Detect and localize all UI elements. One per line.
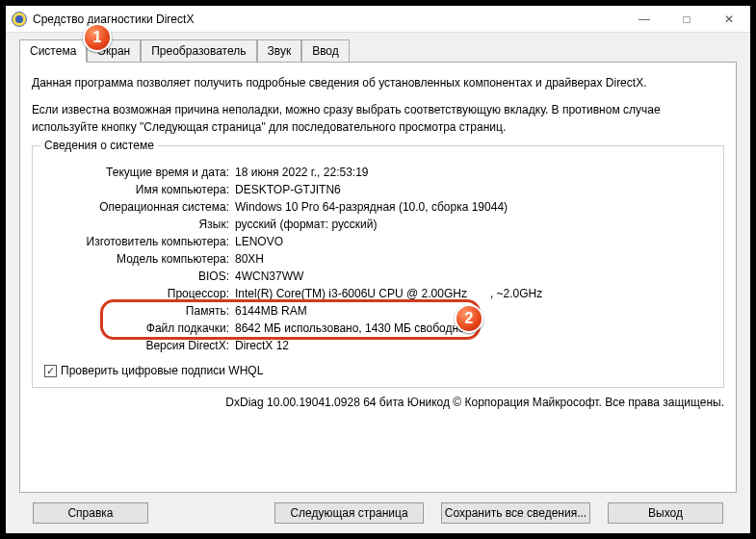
tab-input[interactable]: Ввод [301,39,350,63]
row-datetime: Текущие время и дата:18 июня 2022 г., 22… [44,164,712,181]
annotation-marker-2: 2 [455,304,483,333]
intro-text: Данная программа позволяет получить подр… [32,74,724,136]
row-bios: BIOS:4WCN37WW [44,268,712,285]
help-button[interactable]: Справка [33,502,148,524]
row-cpu: Процессор:Intel(R) Core(TM) i3-6006U CPU… [44,285,712,302]
button-bar: Справка Следующая страница Сохранить все… [19,493,737,524]
maximize-button[interactable]: □ [665,6,708,33]
dxdiag-version-text: DxDiag 10.00.19041.0928 64 бита Юникод ©… [32,396,724,409]
exit-button[interactable]: Выход [608,502,723,524]
row-memory: Память:6144MB RAM [44,302,712,320]
dxdiag-window: Средство диагностики DirectX — □ ✕ Систе… [6,6,750,533]
intro-line-2: Если известна возможная причина неполадк… [32,101,724,136]
row-lang: Язык:русский (формат: русский) [44,216,712,233]
group-legend: Сведения о системе [40,139,158,152]
content-area: Система Экран Преобразователь Звук Ввод … [6,33,750,533]
intro-line-1: Данная программа позволяет получить подр… [32,74,724,91]
tab-converter[interactable]: Преобразователь [141,39,256,63]
row-model: Модель компьютера:80XH [44,250,712,268]
tab-system[interactable]: Система [19,39,87,63]
window-title: Средство диагностики DirectX [33,13,623,26]
tab-strip: Система Экран Преобразователь Звук Ввод [19,38,737,62]
system-info-group: Сведения о системе Текущие время и дата:… [32,145,724,388]
row-os: Операционная система:Windows 10 Pro 64-р… [44,198,712,216]
row-pcname: Имя компьютера:DESKTOP-GTJITN6 [44,181,712,198]
minimize-button[interactable]: — [623,6,665,33]
row-pagefile: Файл подкачки:8642 МБ использовано, 1430… [44,320,712,337]
dxdiag-icon [12,12,27,27]
row-directx: Версия DirectX:DirectX 12 [44,337,712,354]
save-all-button[interactable]: Сохранить все сведения... [441,502,590,524]
titlebar: Средство диагностики DirectX — □ ✕ [6,6,750,33]
tab-sound[interactable]: Звук [257,39,302,63]
close-button[interactable]: ✕ [708,6,750,33]
tab-panel-system: Данная программа позволяет получить подр… [19,62,737,493]
row-manufacturer: Изготовитель компьютера:LENOVO [44,233,712,250]
next-page-button[interactable]: Следующая страница [274,502,424,524]
annotation-marker-1: 1 [83,23,112,52]
whql-row: ✓ Проверить цифровые подписи WHQL [44,364,712,377]
whql-label: Проверить цифровые подписи WHQL [61,364,263,377]
whql-checkbox[interactable]: ✓ [44,365,57,377]
